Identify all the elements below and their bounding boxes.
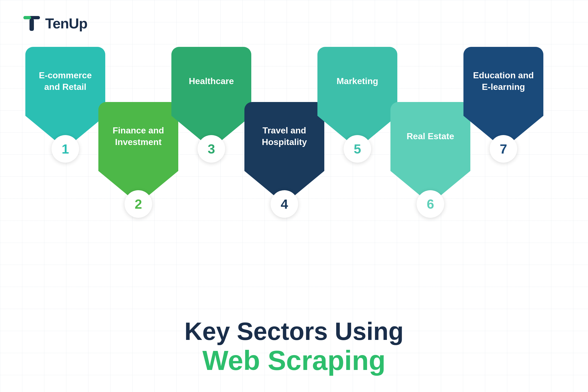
sector-label-1: E-commerceand Retail: [33, 70, 97, 93]
sector-number-7: 7: [490, 135, 517, 163]
sector-item-1: E-commerceand Retail 1: [25, 47, 105, 149]
sector-label-2: Finance andInvestment: [107, 125, 170, 148]
logo: TenUp: [22, 14, 87, 33]
sector-label-5: Marketing: [331, 76, 384, 87]
sector-label-4: Travel andHospitality: [256, 125, 312, 148]
bottom-title: Key Sectors Using Web Scraping: [0, 318, 588, 375]
sector-item-7: Education andE-learning 7: [463, 47, 543, 149]
sector-item-4: Travel andHospitality 4: [244, 102, 324, 204]
sector-label-3: Healthcare: [183, 76, 239, 87]
title-line1: Key Sectors Using: [0, 318, 588, 345]
sector-number-5: 5: [344, 135, 371, 163]
sector-item-5: Marketing 5: [317, 47, 397, 149]
sector-label-7: Education andE-learning: [468, 70, 539, 93]
tenup-logo-icon: [22, 14, 41, 33]
sector-number-6: 6: [417, 190, 444, 218]
sector-number-3: 3: [198, 135, 225, 163]
sector-item-6: Real Estate 6: [390, 102, 470, 204]
sector-number-1: 1: [52, 135, 79, 163]
sector-label-6: Real Estate: [401, 131, 460, 142]
page: TenUp E-commerceand Retail 1 Finance and…: [0, 0, 588, 392]
sector-number-2: 2: [125, 190, 152, 218]
sector-item-2: Finance andInvestment 2: [98, 102, 178, 204]
logo-text: TenUp: [45, 15, 87, 32]
svg-rect-1: [29, 19, 34, 31]
sector-number-4: 4: [271, 190, 298, 218]
sector-item-3: Healthcare 3: [171, 47, 251, 149]
title-line2: Web Scraping: [0, 345, 588, 375]
svg-rect-2: [23, 16, 31, 19]
